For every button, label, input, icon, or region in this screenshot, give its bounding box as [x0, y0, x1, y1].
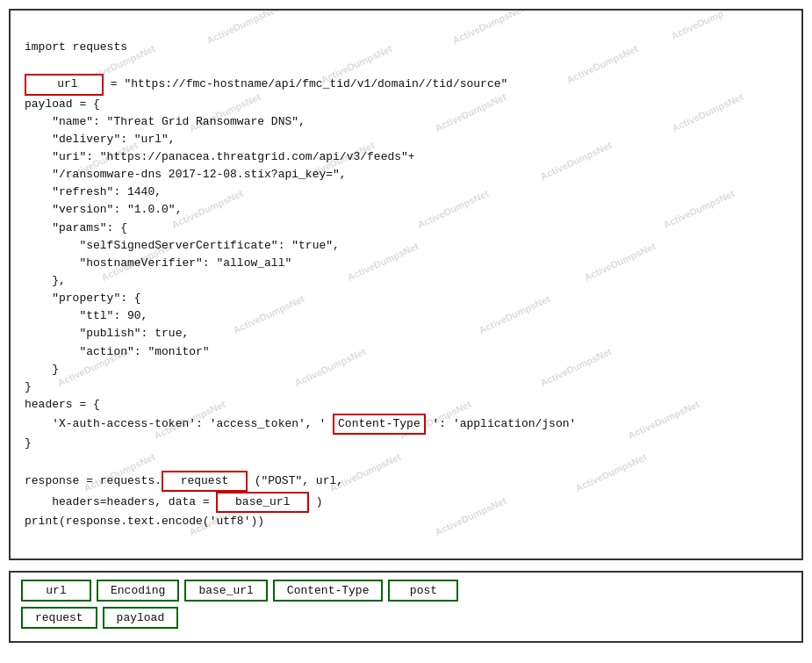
line-hostname: "hostnameVerifier": "allow_all": [25, 256, 291, 270]
line-url-assign: url = "https://fmc-hostname/api/fmc_tid/…: [25, 77, 507, 90]
option-content-type[interactable]: Content-Type: [273, 580, 384, 602]
line-uri1: "uri": "https://panacea.threatgrid.com/a…: [25, 150, 415, 163]
line-payload-close: }: [25, 380, 32, 393]
main-container: ActiveDumpsNet ActiveDumpsNet ActiveDump…: [0, 0, 812, 663]
line-params-open: "params": {: [25, 221, 127, 234]
line-print: print(response.text.encode('utf8')): [25, 515, 264, 528]
option-url[interactable]: url: [21, 580, 91, 602]
line-import: import requests: [25, 40, 127, 54]
line-uri2: "/ransomware-dns 2017-12-08.stix?api_key…: [25, 168, 347, 181]
line-response1: response = requests. request ("POST", ur…: [25, 474, 343, 487]
line-action: "action": "monitor": [25, 345, 210, 358]
line-params-close: },: [25, 274, 66, 287]
line-ttl: "ttl": 90,: [25, 309, 147, 322]
line-version: "version": "1.0.0",: [25, 203, 182, 216]
answer-row-2: request payload: [21, 607, 791, 629]
content-type-highlight: Content-Type: [333, 414, 426, 435]
request-highlight: request: [162, 471, 248, 492]
line-publish: "publish": true,: [25, 327, 189, 340]
code-content: import requests url = "https://fmc-hostn…: [25, 21, 787, 548]
option-post[interactable]: post: [388, 580, 458, 602]
line-property-close: }: [25, 363, 59, 376]
option-base-url[interactable]: base_url: [184, 580, 267, 602]
line-headers-close: }: [25, 436, 32, 450]
option-payload[interactable]: payload: [103, 607, 179, 629]
answer-row-1: url Encoding base_url Content-Type post: [21, 580, 791, 602]
line-blank1: [25, 58, 32, 71]
line-name: "name": "Threat Grid Ransomware DNS",: [25, 115, 305, 128]
base-url-highlight: base_url: [216, 492, 309, 513]
option-request[interactable]: request: [21, 607, 97, 629]
line-ssl: "selfSignedServerCertificate": "true",: [25, 239, 340, 252]
line-headers-open: headers = {: [25, 398, 100, 411]
line-delivery: "delivery": "url",: [25, 133, 176, 146]
line-blank2: [25, 454, 32, 467]
url-highlight: url: [25, 74, 104, 95]
option-encoding[interactable]: Encoding: [97, 580, 179, 602]
line-response2: headers=headers, data = base_url ): [25, 495, 323, 508]
line-payload-open: payload = {: [25, 97, 100, 111]
line-refresh: "refresh": 1440,: [25, 185, 162, 198]
line-headers-content: 'X-auth-access-token': 'access_token', '…: [25, 417, 576, 430]
code-box: ActiveDumpsNet ActiveDumpsNet ActiveDump…: [9, 9, 803, 560]
line-property-open: "property": {: [25, 292, 141, 305]
answer-area: url Encoding base_url Content-Type post …: [9, 571, 803, 643]
